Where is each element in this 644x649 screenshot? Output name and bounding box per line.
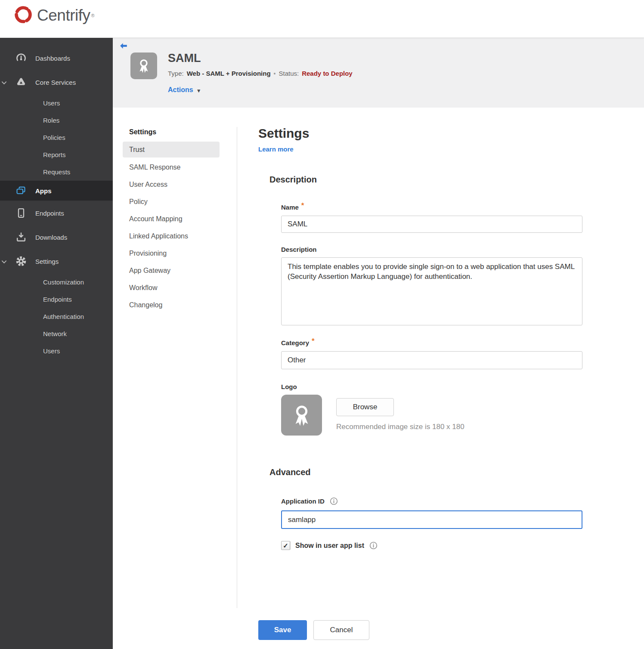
name-label: Name *: [281, 203, 594, 211]
subnav-item-changelog[interactable]: Changelog: [113, 297, 237, 314]
subnav-item-policy[interactable]: Policy: [113, 193, 237, 210]
description-field[interactable]: This template enables you to provide sin…: [281, 257, 582, 325]
downloads-icon: [15, 232, 27, 243]
checkmark-icon: ✓: [283, 542, 288, 550]
subnav-item-saml-response[interactable]: SAML Response: [113, 159, 237, 176]
form-footer: Save Cancel: [258, 620, 369, 640]
show-in-app-list-row: ✓ Show in user app list: [281, 541, 594, 550]
actions-dropdown[interactable]: Actions ▼: [168, 86, 201, 94]
sidebar-item-reports[interactable]: Reports: [0, 146, 113, 163]
category-label: Category *: [281, 338, 594, 347]
sidebar-item-policies[interactable]: Policies: [0, 129, 113, 146]
endpoints-icon: [15, 207, 27, 219]
logo-row: Browse Recommended image size is 180 x 1…: [281, 395, 594, 436]
subnav-item-linked-applications[interactable]: Linked Applications: [113, 228, 237, 245]
show-in-app-list-label: Show in user app list: [295, 542, 364, 550]
settings-panel: Settings Learn more Description Name * D…: [258, 108, 594, 550]
subnav-item-provisioning[interactable]: Provisioning: [113, 245, 237, 262]
brand-name: Centrify: [37, 6, 90, 25]
ribbon-icon: [135, 57, 152, 74]
required-asterisk: *: [301, 201, 304, 210]
subnav-item-account-mapping[interactable]: Account Mapping: [113, 210, 237, 228]
sidebar-item-customization[interactable]: Customization: [0, 273, 113, 291]
required-asterisk: *: [312, 337, 315, 346]
chevron-down-icon: [1, 259, 7, 266]
sidebar-item-requests[interactable]: Requests: [0, 163, 113, 180]
logo-label: Logo: [281, 383, 594, 390]
status-label: Status:: [279, 70, 299, 77]
caret-down-icon: ▼: [196, 87, 201, 94]
separator-dot: •: [274, 70, 276, 77]
name-field[interactable]: [281, 216, 582, 233]
info-icon[interactable]: [369, 541, 378, 550]
centrify-swirl-icon: [13, 4, 34, 27]
category-field[interactable]: [281, 351, 582, 369]
page-title: Settings: [258, 126, 594, 141]
chevron-down-icon: [1, 80, 7, 87]
show-in-app-list-checkbox[interactable]: ✓: [281, 541, 290, 550]
logo-preview: [281, 395, 322, 436]
sidebar-item-core-services[interactable]: Core Services: [0, 70, 113, 94]
browse-button[interactable]: Browse: [336, 398, 394, 416]
application-id-label: Application ID: [281, 497, 594, 505]
type-label: Type:: [168, 70, 184, 77]
advanced-section-heading: Advanced: [269, 467, 594, 477]
apps-icon: [15, 185, 27, 196]
application-id-field[interactable]: [281, 510, 582, 529]
ribbon-icon: [289, 402, 315, 428]
cancel-button[interactable]: Cancel: [313, 620, 369, 640]
sidebar-item-downloads[interactable]: Downloads: [0, 225, 113, 249]
sidebar-item-users-settings[interactable]: Users: [0, 342, 113, 359]
gear-icon: [15, 256, 27, 267]
top-bar: Centrify ®: [0, 0, 644, 38]
sidebar-item-endpoints-settings[interactable]: Endpoints: [0, 291, 113, 308]
sidebar-item-endpoints[interactable]: Endpoints: [0, 201, 113, 225]
learn-more-link[interactable]: Learn more: [258, 145, 294, 153]
actions-label: Actions: [168, 86, 193, 94]
sidebar-item-apps[interactable]: Apps: [0, 180, 113, 201]
sidebar: Dashboards Core Services Users Roles Pol…: [0, 38, 113, 649]
vertical-divider: [237, 127, 237, 608]
status-value: Ready to Deploy: [302, 70, 353, 77]
type-value: Web - SAML + Provisioning: [187, 70, 271, 77]
app-meta: Type: Web - SAML + Provisioning • Status…: [168, 70, 353, 77]
back-arrow-icon[interactable]: [119, 41, 128, 51]
app-logo: [130, 53, 157, 79]
info-icon[interactable]: [330, 497, 338, 505]
subnav-header: Settings: [129, 128, 237, 136]
gauge-icon: [15, 53, 27, 64]
description-label: Description: [281, 246, 594, 253]
sidebar-item-users[interactable]: Users: [0, 94, 113, 111]
registered-mark: ®: [91, 13, 94, 18]
page: Centrify ® Dashboards: [0, 0, 644, 649]
sidebar-item-network[interactable]: Network: [0, 325, 113, 342]
subnav-item-app-gateway[interactable]: App Gateway: [113, 262, 237, 279]
sidebar-item-authentication[interactable]: Authentication: [0, 308, 113, 325]
sidebar-item-roles[interactable]: Roles: [0, 111, 113, 129]
app-subnav: Settings Trust SAML Response User Access…: [113, 108, 237, 314]
subnav-item-user-access[interactable]: User Access: [113, 176, 237, 193]
app-title: SAML: [168, 52, 201, 65]
subnav-item-trust[interactable]: Trust: [123, 142, 220, 158]
subnav-item-workflow[interactable]: Workflow: [113, 279, 237, 297]
description-section-heading: Description: [269, 175, 594, 185]
save-button[interactable]: Save: [258, 620, 307, 640]
app-header: SAML Type: Web - SAML + Provisioning • S…: [113, 38, 644, 108]
logo-size-hint: Recommended image size is 180 x 180: [336, 423, 464, 431]
brand-logo: Centrify ®: [13, 4, 95, 27]
sidebar-item-dashboards[interactable]: Dashboards: [0, 46, 113, 70]
core-services-icon: [15, 77, 27, 88]
sidebar-item-settings[interactable]: Settings: [0, 249, 113, 273]
